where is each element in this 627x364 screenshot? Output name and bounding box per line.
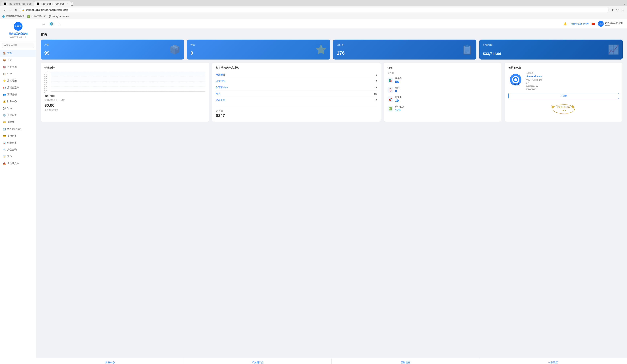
stat-products-label: 产品 xyxy=(44,43,180,47)
package-card-title: 购买的包裹 xyxy=(508,66,619,69)
share-button[interactable]: ⬆ xyxy=(610,8,615,12)
sidebar-item-shop-level[interactable]: ⭐ 店铺等级 › xyxy=(0,77,36,84)
category-card-title: 类别明智的产品计数 xyxy=(216,66,377,69)
category-name-2[interactable]: 体育和户外 xyxy=(216,86,228,89)
reload-button[interactable]: ↻ xyxy=(14,8,18,12)
stat-rating-value: 0 xyxy=(191,50,326,56)
menu-button[interactable]: ☰ xyxy=(621,8,625,12)
new-tab-button[interactable]: + xyxy=(71,2,73,6)
back-button[interactable]: ‹ xyxy=(2,8,6,12)
category-count-3: 83 xyxy=(374,93,377,95)
forward-button[interactable]: › xyxy=(8,8,12,12)
svg-marker-10 xyxy=(571,105,575,109)
transit-value: 10 xyxy=(395,99,402,103)
sales-chart-title: 销售统计 xyxy=(45,66,205,69)
package-card: 购买的包裹 xyxy=(505,62,623,122)
bookmark-2[interactable]: ✅ 认准->天美社区 xyxy=(27,15,46,18)
tabs-expand-icon[interactable]: ⌄ xyxy=(623,2,626,5)
sidebar-item-orders[interactable]: 📋 订单 xyxy=(0,70,36,77)
category-name-4[interactable]: 时尚女包 xyxy=(216,99,225,102)
orders-card-title: 订单 xyxy=(388,66,498,69)
bookmark1-label: 程序搭建/开发/修复 xyxy=(6,15,24,18)
browser-tab-2[interactable]: T Tiktok-shop | Tiktok-shop ✕ xyxy=(34,1,71,6)
category-count-4: 2 xyxy=(376,99,377,102)
menu-toggle-button[interactable]: ☰ xyxy=(41,21,47,27)
stat-card-total-sales: 总销售额 $33,711.06 📈 xyxy=(479,40,623,59)
sidebar-item-dialog[interactable]: 💬 对话 xyxy=(0,105,36,112)
browser-toolbar: ‹ › ↻ 🔒 https://shop102.timibbs.vip/sell… xyxy=(0,6,627,14)
nav-shop-settings-label: 店铺设置 xyxy=(7,114,17,117)
sidebar-item-payment-history[interactable]: 💳 支付历史 xyxy=(0,132,36,139)
svg-text:VERIFIED: VERIFIED xyxy=(557,106,570,109)
search-input[interactable] xyxy=(2,43,34,48)
bottom-bar-shop-settings[interactable]: 店铺设置 xyxy=(332,358,479,364)
sidebar-item-products[interactable]: 📦 产品 › xyxy=(0,57,36,63)
notification-bell-icon[interactable]: 🔔 xyxy=(562,21,568,27)
nav-dialog-label: 对话 xyxy=(7,107,12,110)
orders-card: 订单 这个月 🛍️ 新命令 58 🚫 取消 0 xyxy=(384,62,502,122)
sidebar-item-work-orders[interactable]: 📝 工单 xyxy=(0,153,36,160)
bookmarks-bar: 🌐 程序搭建/开发/修复 ✅ 认准->天美社区 💬 TG: @tianmeibb… xyxy=(0,14,627,19)
nav-shop-level-label: 店铺等级 xyxy=(7,79,17,82)
category-count-2: 2 xyxy=(376,86,377,89)
cancelled-icon: 🚫 xyxy=(388,87,393,93)
bottom-bar-payment-settings[interactable]: 付款设置 xyxy=(479,358,627,364)
nav-warehouse-label: 产品仓库 xyxy=(7,65,17,69)
sidebar-logo: 天美社区 xyxy=(14,22,22,31)
y-label-8: 0.8 xyxy=(45,76,47,78)
sidebar-nav: 🏠 首页 📦 产品 › 🏭 产品仓库 📋 订 xyxy=(0,50,36,364)
sidebar-item-three-level[interactable]: 👥 三级分销 xyxy=(0,91,36,98)
bottom-bar-add-product[interactable]: 添加新产品 xyxy=(184,358,332,364)
sidebar-email: 258369@163.com xyxy=(3,36,33,38)
tab2-close-icon[interactable]: ✕ xyxy=(67,3,68,5)
package-product-limit: 产品上传限制: 100 xyxy=(526,79,542,82)
sidebar-item-upload-files[interactable]: 📤 上传的文件 xyxy=(0,160,36,167)
sidebar-item-warehouse[interactable]: 🏭 产品仓库 xyxy=(0,63,36,70)
bookmark-1[interactable]: 🌐 程序搭建/开发/修复 xyxy=(2,15,24,18)
upgrade-button[interactable]: 升级包 xyxy=(508,93,619,99)
bookmark2-icon: ✅ xyxy=(27,15,30,18)
chevron-right-icon-3: › xyxy=(33,87,33,89)
confirmed-icon: ✅ xyxy=(388,106,393,112)
bottom-bar-finance[interactable]: 财务中心 xyxy=(36,358,184,364)
shield-button[interactable]: 🛡 xyxy=(615,8,620,12)
y-label-6: 0.6 xyxy=(45,80,47,82)
diamond-badge xyxy=(508,73,523,90)
stat-total-sales-value: $33,711.06 xyxy=(483,52,619,56)
category-name-0[interactable]: 电脑配件 xyxy=(216,73,225,76)
print-button[interactable]: 🖨 xyxy=(57,21,62,27)
package-expiry-date: 2024-07-18 xyxy=(526,88,542,90)
language-flag[interactable]: 🇨🇳 xyxy=(591,22,595,26)
nav-three-level-label: 三级分销 xyxy=(7,93,17,96)
sidebar-item-product-query[interactable]: 🔍 产品查询 xyxy=(0,146,36,153)
globe-button[interactable]: 🌐 xyxy=(49,21,54,27)
sidebar-item-broadcast[interactable]: 📢 店铺直通车 › xyxy=(0,84,36,91)
user-info: 天美社区 天美社区的杂货铺 seller xyxy=(598,21,623,27)
sidebar-item-shop-settings[interactable]: ⚙️ 店铺设置 xyxy=(0,112,36,119)
browser-tab-1[interactable]: T Tiktok-shop | Tiktok-shop xyxy=(1,1,34,6)
new-orders-label: 新命令 xyxy=(395,77,402,80)
sidebar-item-refunds[interactable]: ↩️ 收到退款请求 xyxy=(0,126,36,132)
nav-coupons-label: 优惠券 xyxy=(7,120,14,124)
bookmark-3[interactable]: 💬 TG: @tianmeibbs xyxy=(49,15,69,18)
sales-chart-card: 销售统计 1.0 0.9 0.8 0.7 0.6 0.5 0.4 0.3 0.2 xyxy=(41,62,209,122)
package-badge-wrapper: 当前套餐: diamond shop 产品上传限制: 100 时代 包裹到期时间… xyxy=(508,72,619,91)
url-bar[interactable]: 🔒 https://shop102.timibbs.vip/seller/das… xyxy=(20,8,609,12)
stat-card-rating: 评分 0 ⭐ xyxy=(187,40,330,59)
sidebar-item-finance[interactable]: 💰 财务中心 xyxy=(0,98,36,105)
sidebar-item-coupons[interactable]: 🎫 优惠券 xyxy=(0,119,36,126)
sidebar-item-commission-history[interactable]: 📊 佣金历史 xyxy=(0,139,36,146)
user-name: 天美社区的杂货铺 xyxy=(605,21,623,24)
guarantee-text: 店铺保证金: $0.00 xyxy=(571,22,588,25)
sidebar-item-home[interactable]: 🏠 首页 xyxy=(0,50,36,57)
content-grid: 销售统计 1.0 0.9 0.8 0.7 0.6 0.5 0.4 0.3 0.2 xyxy=(41,62,623,122)
new-orders-icon: 🛍️ xyxy=(388,77,393,83)
diamond-badge-svg xyxy=(508,73,523,89)
shop-level-icon: ⭐ xyxy=(3,79,6,82)
nav-products-label: 产品 xyxy=(7,58,12,62)
stats-grid: 产品 99 📦 评分 0 ⭐ 总订单 176 📋 总销售额 $33,711.06 xyxy=(41,40,623,59)
category-name-3[interactable]: 玩具 xyxy=(216,92,221,96)
category-name-1[interactable]: 儿童用品 xyxy=(216,79,225,83)
y-label-5: 0.5 xyxy=(45,82,47,84)
browser-tabs: T Tiktok-shop | Tiktok-shop T Tiktok-sho… xyxy=(0,0,627,6)
